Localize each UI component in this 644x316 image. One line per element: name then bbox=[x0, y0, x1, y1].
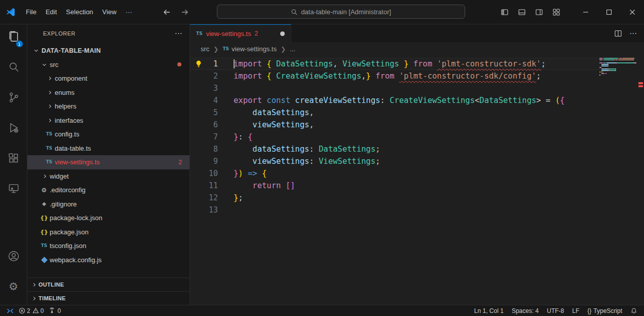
code-token[interactable]: ; bbox=[238, 193, 243, 202]
code-token[interactable] bbox=[234, 181, 252, 190]
code-token[interactable]: ; bbox=[541, 59, 546, 68]
menu-selection[interactable]: Selection bbox=[61, 6, 97, 18]
code-token[interactable] bbox=[394, 72, 399, 81]
navigate-forward-icon[interactable] bbox=[179, 7, 191, 18]
menu-view[interactable]: View bbox=[98, 6, 121, 18]
explorer-root-folder[interactable]: DATA-TABLE-MAIN bbox=[27, 44, 190, 58]
code-token[interactable] bbox=[272, 72, 276, 81]
code-token[interactable] bbox=[243, 169, 248, 178]
code-token[interactable]: } bbox=[366, 72, 370, 81]
explorer-item-view-settings.ts[interactable]: TSview-settings.ts2 bbox=[27, 155, 190, 169]
code-line-1[interactable]: 1import { DataSettings, ViewSettings } f… bbox=[190, 58, 599, 70]
outline-section[interactable]: OUTLINE bbox=[27, 277, 190, 291]
line-number[interactable]: 13 bbox=[190, 204, 218, 216]
code-token[interactable]: 'plmt-constructor-sdk/config' bbox=[399, 72, 537, 81]
ports-status[interactable]: 0 bbox=[46, 305, 63, 316]
timeline-section[interactable]: TIMELINE bbox=[27, 291, 190, 305]
explorer-actions-icon[interactable]: ⋯ bbox=[175, 29, 183, 38]
code-token[interactable]: ; bbox=[375, 157, 380, 166]
code-token[interactable]: DataSettings bbox=[319, 145, 375, 154]
code-token[interactable] bbox=[272, 59, 276, 68]
code-token[interactable]: ViewSettings bbox=[343, 59, 399, 68]
cursor-position-status[interactable]: Ln 1, Col 1 bbox=[472, 305, 506, 316]
code-line-7[interactable]: 7}: { bbox=[190, 131, 599, 143]
breadcrumb-file[interactable]: TS view-settings.ts bbox=[222, 45, 277, 53]
code-token[interactable]: dataSettings bbox=[252, 108, 309, 117]
code-line-8[interactable]: 8 dataSettings: DataSettings; bbox=[190, 143, 599, 155]
problems-status[interactable]: 2 0 bbox=[16, 305, 46, 316]
code-token[interactable]: ViewSettings bbox=[319, 157, 375, 166]
code-token[interactable]: viewSettings bbox=[252, 120, 309, 129]
code-token[interactable] bbox=[234, 157, 252, 166]
line-number[interactable]: 12 bbox=[190, 192, 218, 204]
code-token[interactable]: > = bbox=[536, 96, 555, 105]
code-token[interactable] bbox=[262, 59, 267, 68]
settings-gear-icon[interactable]: ⚙ bbox=[0, 274, 27, 299]
code-token[interactable] bbox=[399, 59, 404, 68]
minimize-button[interactable] bbox=[574, 0, 597, 24]
code-token[interactable]: } bbox=[234, 132, 238, 142]
explorer-item-component[interactable]: component bbox=[27, 72, 190, 86]
maximize-button[interactable] bbox=[597, 0, 621, 24]
line-number[interactable]: 8 bbox=[190, 143, 218, 155]
code-token[interactable]: : bbox=[309, 145, 319, 154]
code-token[interactable]: , bbox=[309, 108, 314, 117]
line-number[interactable]: 5 bbox=[190, 107, 218, 119]
explorer-item-.editorconfig[interactable]: ⚙.editorconfig bbox=[27, 183, 190, 197]
code-token[interactable]: : bbox=[309, 157, 319, 166]
code-token[interactable]: DataSettings bbox=[276, 59, 333, 68]
explorer-item-helpers[interactable]: helpers bbox=[27, 99, 190, 114]
code-token[interactable]: } bbox=[234, 193, 238, 202]
code-token[interactable]: { bbox=[267, 72, 271, 81]
command-center-search[interactable]: data-table-main [Administrator] bbox=[217, 5, 465, 19]
toggle-panel-icon[interactable] bbox=[513, 5, 531, 20]
encoding-status[interactable]: UTF-8 bbox=[544, 305, 566, 316]
explorer-item-interfaces[interactable]: interfaces bbox=[27, 114, 190, 128]
code-token[interactable] bbox=[234, 120, 252, 129]
code-token[interactable] bbox=[290, 96, 295, 105]
code-token[interactable]: import bbox=[234, 72, 262, 81]
code-token[interactable] bbox=[262, 96, 267, 105]
code-token[interactable]: { bbox=[248, 132, 252, 142]
code-line-5[interactable]: 5 dataSettings, bbox=[190, 107, 599, 119]
menu-overflow[interactable]: ··· bbox=[121, 6, 137, 18]
code-line-4[interactable]: 4export const createViewSettings: Create… bbox=[190, 94, 599, 107]
code-token[interactable]: 'plmt-constructor-sdk' bbox=[437, 59, 541, 68]
dirty-indicator-icon[interactable] bbox=[280, 31, 285, 36]
code-token[interactable]: ) bbox=[238, 169, 243, 178]
explorer-view-icon[interactable]: 1 bbox=[0, 24, 27, 49]
code-token[interactable]: { bbox=[560, 96, 564, 105]
code-token[interactable]: , bbox=[361, 72, 366, 81]
code-line-13[interactable]: 13 bbox=[190, 204, 599, 216]
code-token[interactable]: createViewSettings bbox=[295, 96, 380, 105]
breadcrumb-folder[interactable]: src bbox=[201, 45, 209, 53]
quick-fix-lightbulb-icon[interactable] bbox=[195, 60, 203, 68]
toggle-secondary-sidebar-icon[interactable] bbox=[531, 5, 548, 20]
code-token[interactable]: : bbox=[238, 132, 248, 142]
code-token[interactable]: from bbox=[375, 72, 394, 81]
overview-ruler[interactable] bbox=[637, 56, 644, 305]
code-token[interactable]: , bbox=[309, 120, 314, 129]
close-window-button[interactable] bbox=[621, 0, 644, 24]
code-token[interactable]: [ bbox=[286, 181, 290, 190]
code-token[interactable]: from bbox=[413, 59, 432, 68]
code-token[interactable]: dataSettings bbox=[252, 145, 309, 154]
code-token[interactable]: => bbox=[248, 169, 257, 178]
code-token[interactable]: ( bbox=[555, 96, 560, 105]
explorer-item-tsconfig.json[interactable]: TStsconfig.json bbox=[27, 239, 190, 253]
line-number[interactable]: 7 bbox=[190, 131, 218, 143]
code-token[interactable]: ; bbox=[375, 145, 380, 154]
minimap[interactable] bbox=[599, 58, 637, 78]
code-token[interactable]: { bbox=[267, 59, 271, 68]
code-line-10[interactable]: 10}) => { bbox=[190, 167, 599, 180]
search-view-icon[interactable] bbox=[0, 55, 27, 79]
language-status[interactable]: {} TypeScript bbox=[585, 305, 625, 316]
explorer-item-config.ts[interactable]: TSconfig.ts bbox=[27, 127, 190, 142]
code-token[interactable]: export bbox=[234, 96, 262, 105]
code-token[interactable]: viewSettings bbox=[252, 157, 309, 166]
code-token[interactable] bbox=[408, 59, 413, 68]
menu-file[interactable]: File bbox=[21, 6, 41, 18]
code-token[interactable]: DataSettings bbox=[479, 96, 536, 105]
code-token[interactable] bbox=[371, 72, 375, 81]
explorer-item-widget[interactable]: widget bbox=[27, 169, 190, 184]
